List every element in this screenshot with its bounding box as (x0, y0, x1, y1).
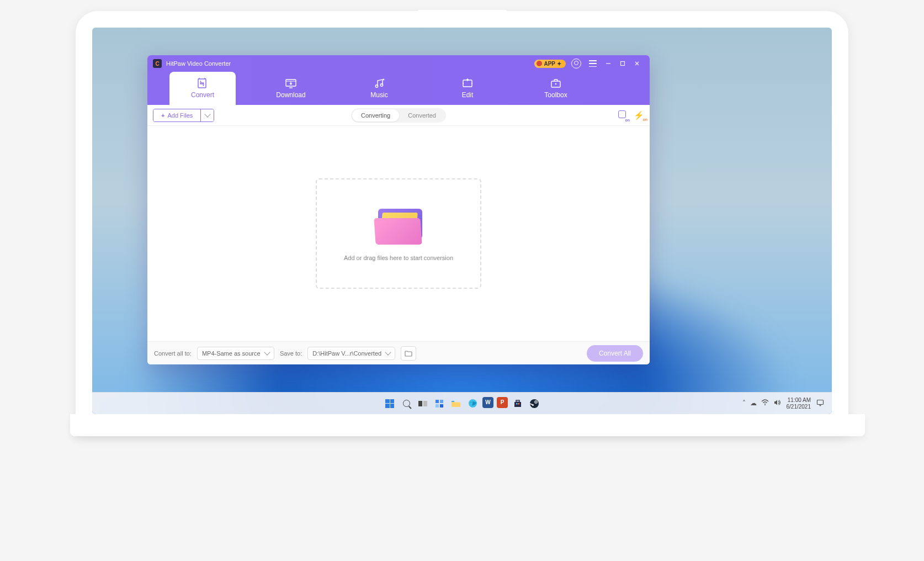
svg-rect-32 (817, 400, 824, 405)
laptop-notch (418, 10, 506, 27)
tab-music[interactable]: Music (346, 72, 412, 105)
svg-point-30 (532, 404, 534, 406)
convert-all-button[interactable]: Convert All (587, 345, 643, 362)
add-files-dropdown-toggle[interactable] (200, 109, 214, 121)
svg-rect-15 (418, 401, 422, 406)
app-badge-label: APP (544, 61, 555, 67)
segmented-control: Converting Converted (351, 108, 446, 123)
svg-rect-4 (198, 79, 206, 88)
tray-chevron-icon[interactable]: ˄ (742, 399, 746, 407)
app-logo-icon: C (153, 59, 162, 68)
powerpoint-icon[interactable]: P (497, 397, 508, 408)
dropzone-hint: Add or drag files here to start conversi… (344, 255, 453, 261)
svg-rect-19 (436, 404, 439, 407)
close-button[interactable] (630, 56, 644, 71)
tab-convert-label: Convert (191, 91, 214, 99)
toolbox-icon (549, 78, 562, 89)
plus-icon: + (161, 112, 164, 119)
output-format-value: MP4-Same as source (202, 350, 261, 357)
tray-wifi-icon[interactable] (761, 399, 769, 407)
desktop-wallpaper: C HitPaw Video Converter APP ✦ (92, 28, 832, 414)
sparkle-icon: ✦ (557, 61, 561, 67)
lightning-icon[interactable]: ⚡on (634, 110, 644, 120)
save-path-value: D:\HitPaw V...r\Converted (312, 350, 381, 357)
add-files-button[interactable]: + Add Files (153, 109, 200, 121)
store-icon[interactable] (511, 397, 524, 410)
maximize-button[interactable] (615, 56, 630, 71)
svg-rect-16 (423, 401, 427, 406)
svg-rect-20 (440, 404, 443, 407)
svg-point-9 (380, 84, 383, 86)
titlebar: C HitPaw Video Converter APP ✦ (147, 55, 650, 72)
footer-bar: Convert all to: MP4-Same as source Save … (147, 341, 650, 364)
edit-icon (461, 78, 474, 89)
svg-point-29 (535, 401, 537, 403)
save-to-label: Save to: (280, 350, 302, 357)
content-area: Add or drag files here to start conversi… (147, 126, 650, 341)
svg-rect-1 (621, 62, 625, 66)
svg-rect-25 (516, 403, 518, 405)
folder-icon (405, 350, 412, 357)
taskbar-clock[interactable]: 11:00 AM 6/21/2021 (787, 397, 811, 410)
steam-icon[interactable] (528, 397, 541, 410)
tab-edit-label: Edit (462, 91, 474, 99)
taskbar-center: W P (383, 397, 541, 410)
account-icon[interactable] (571, 59, 581, 68)
svg-point-27 (530, 399, 539, 408)
save-path-select[interactable]: D:\HitPaw V...r\Converted (307, 347, 395, 360)
tray-onedrive-icon[interactable]: ☁ (750, 399, 757, 407)
start-button[interactable] (383, 397, 396, 410)
widgets-icon[interactable] (433, 397, 446, 410)
app-badge[interactable]: APP ✦ (534, 60, 566, 68)
tab-toolbox[interactable]: Toolbox (523, 72, 589, 105)
app-badge-icon (537, 61, 542, 66)
taskbar-date: 6/21/2021 (787, 404, 811, 410)
hamburger-menu-icon[interactable] (589, 60, 597, 67)
dropzone[interactable]: Add or drag files here to start conversi… (316, 178, 481, 289)
svg-rect-18 (440, 400, 443, 403)
svg-rect-23 (514, 402, 521, 407)
taskbar-search-icon[interactable] (400, 397, 413, 410)
svg-rect-17 (436, 400, 439, 403)
open-folder-button[interactable] (401, 346, 416, 361)
folder-illustration-icon (374, 206, 423, 245)
music-icon (373, 78, 386, 89)
add-files-label: Add Files (167, 112, 193, 119)
file-explorer-icon[interactable] (449, 397, 463, 410)
svg-rect-26 (518, 403, 520, 405)
add-files-group: + Add Files Add Video Add Audio Add Fold… (153, 109, 214, 122)
tab-download-label: Download (276, 91, 305, 99)
convert-all-to-label: Convert all to: (154, 350, 192, 357)
taskbar-time: 11:00 AM (787, 397, 811, 404)
chevron-down-icon (204, 111, 210, 117)
main-tabs: Convert Download Music (147, 72, 650, 105)
svg-point-31 (764, 405, 766, 406)
output-format-select[interactable]: MP4-Same as source (197, 347, 274, 360)
tab-edit[interactable]: Edit (434, 72, 501, 105)
tray-notifications-icon[interactable] (816, 399, 824, 407)
segment-converting[interactable]: Converting (352, 109, 399, 121)
convert-icon (196, 78, 209, 89)
svg-point-14 (555, 83, 557, 85)
laptop-frame: C HitPaw Video Converter APP ✦ (76, 11, 848, 436)
edge-icon[interactable] (466, 397, 479, 410)
chevron-down-icon (385, 349, 391, 355)
tab-music-label: Music (370, 91, 387, 99)
svg-point-8 (375, 85, 378, 87)
tab-toolbox-label: Toolbox (544, 91, 567, 99)
download-icon (284, 78, 298, 89)
hardware-accel-icon[interactable]: on (618, 110, 628, 120)
task-view-icon[interactable] (416, 397, 429, 410)
app-window: C HitPaw Video Converter APP ✦ (147, 55, 650, 364)
taskbar: W P ˄ ☁ 11:00 AM 6/21/2021 (92, 392, 832, 414)
tab-convert[interactable]: Convert (169, 72, 236, 105)
system-tray: ˄ ☁ 11:00 AM 6/21/2021 (742, 397, 832, 410)
tray-volume-icon[interactable] (773, 399, 781, 407)
svg-rect-24 (516, 400, 519, 402)
minimize-button[interactable] (601, 56, 615, 71)
app-title: HitPaw Video Converter (166, 60, 231, 67)
chevron-down-icon (264, 349, 270, 355)
segment-converted[interactable]: Converted (399, 109, 445, 121)
tab-download[interactable]: Download (258, 72, 324, 105)
word-icon[interactable]: W (482, 397, 493, 408)
